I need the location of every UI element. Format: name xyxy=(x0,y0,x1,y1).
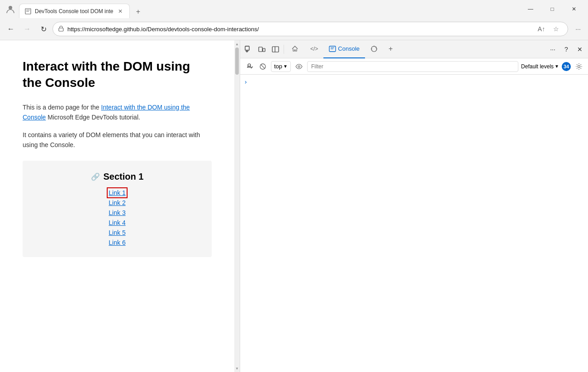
more-button[interactable]: ··· xyxy=(572,23,584,35)
tab-console-label: Console xyxy=(338,45,360,52)
tab-add[interactable]: + xyxy=(383,40,398,58)
tabs-area: DevTools Console tool DOM inte ✕ + xyxy=(19,0,520,18)
section-link-icon: 🔗 xyxy=(91,172,100,181)
browser-tab[interactable]: DevTools Console tool DOM inte ✕ xyxy=(19,4,130,18)
context-dropdown-arrow: ▼ xyxy=(283,64,288,69)
address-bar[interactable]: https://microsoftedge.github.io/Demos/de… xyxy=(52,22,568,36)
svg-point-0 xyxy=(9,6,12,10)
devtools-actions: ··· ? ✕ xyxy=(546,43,586,56)
tab-close-button[interactable]: ✕ xyxy=(117,8,124,15)
devtools-toolbar: </> Console xyxy=(240,40,588,58)
back-button[interactable]: ← xyxy=(4,22,18,36)
section-link-6[interactable]: Link 6 xyxy=(109,239,125,246)
profile-icon[interactable] xyxy=(4,2,17,16)
svg-rect-8 xyxy=(259,47,262,52)
section-link-1[interactable]: Link 1 xyxy=(109,189,125,196)
tab-title: DevTools Console tool DOM inte xyxy=(35,8,113,14)
title-bar: DevTools Console tool DOM inte ✕ + — □ ✕ xyxy=(0,0,588,18)
window-controls: — □ ✕ xyxy=(520,2,584,16)
devtools-tabs: </> Console xyxy=(286,40,545,58)
devtools-help-button[interactable]: ? xyxy=(560,43,573,56)
toolbar-separator xyxy=(284,45,284,54)
tab-elements[interactable]: </> xyxy=(305,40,323,58)
address-actions: A↑ ☆ xyxy=(535,23,562,35)
message-count: 34 xyxy=(562,62,571,71)
tab-console[interactable]: Console xyxy=(323,40,365,58)
count-badge: 34 xyxy=(562,62,571,71)
svg-line-23 xyxy=(261,64,265,68)
context-label: top xyxy=(274,63,282,70)
context-selector[interactable]: top ▼ xyxy=(271,61,291,72)
paragraph-2: It contains a variety of DOM elements th… xyxy=(23,130,212,150)
toggle-panel-button[interactable] xyxy=(269,43,282,56)
tab-home[interactable] xyxy=(286,40,305,58)
maximize-button[interactable]: □ xyxy=(542,2,563,16)
svg-rect-5 xyxy=(245,46,249,50)
svg-point-25 xyxy=(578,65,580,67)
scrollbar-up-arrow[interactable]: ▲ xyxy=(234,40,240,48)
new-tab-button[interactable]: + xyxy=(132,5,144,18)
page-scrollbar[interactable]: ▲ ▼ xyxy=(234,40,240,372)
browser-actions: ··· xyxy=(572,23,584,35)
para1-prefix: This is a demo page for the xyxy=(23,104,101,111)
scrollbar-down-arrow[interactable]: ▼ xyxy=(234,365,240,372)
section-link-5[interactable]: Link 5 xyxy=(109,229,125,236)
svg-rect-10 xyxy=(272,47,279,52)
section-links: Link 1 Link 2 Link 3 Link 4 Link 5 Link … xyxy=(109,189,125,246)
tab-debugger[interactable] xyxy=(365,40,383,58)
url-text: https://microsoftedge.github.io/Demos/de… xyxy=(67,26,531,33)
scrollbar-thumb[interactable] xyxy=(235,48,239,75)
browser-window: DevTools Console tool DOM inte ✕ + — □ ✕… xyxy=(0,0,588,372)
read-aloud-button[interactable]: A↑ xyxy=(535,23,548,35)
para1-suffix: Microsoft Edge DevTools tutorial. xyxy=(46,114,140,121)
eye-button[interactable] xyxy=(294,61,304,72)
tab-favicon-icon xyxy=(25,8,31,14)
console-prompt-line[interactable]: › xyxy=(240,76,588,87)
webpage-content: Interact with the DOM using the Console … xyxy=(0,40,234,372)
forward-button[interactable]: → xyxy=(20,22,34,36)
filter-input[interactable] xyxy=(307,61,518,72)
devtools-close-button[interactable]: ✕ xyxy=(574,43,586,56)
console-output[interactable]: › xyxy=(240,75,588,372)
block-icon-button[interactable] xyxy=(257,61,268,72)
close-button[interactable]: ✕ xyxy=(564,2,584,16)
section-link-3[interactable]: Link 3 xyxy=(109,209,125,216)
levels-label: Default levels xyxy=(521,63,554,70)
section-1-box: 🔗 Section 1 Link 1 Link 2 Link 3 Link 4 … xyxy=(23,161,212,257)
svg-rect-9 xyxy=(263,48,265,52)
section-link-4[interactable]: Link 4 xyxy=(109,219,125,226)
favorites-button[interactable]: ☆ xyxy=(550,23,562,35)
section-link-2[interactable]: Link 2 xyxy=(109,199,125,206)
refresh-button[interactable]: ↻ xyxy=(36,22,51,36)
clear-console-button[interactable] xyxy=(244,61,255,72)
console-settings-button[interactable] xyxy=(574,61,584,72)
navigation-bar: ← → ↻ https://microsoftedge.github.io/De… xyxy=(0,18,588,40)
devtools-more-button[interactable]: ··· xyxy=(546,43,559,56)
page-heading: Interact with the DOM using the Console xyxy=(23,58,212,91)
inspect-element-button[interactable] xyxy=(242,43,255,56)
svg-rect-4 xyxy=(59,28,63,31)
paragraph-1: This is a demo page for the Interact wit… xyxy=(23,102,212,123)
levels-selector[interactable]: Default levels ▼ xyxy=(521,63,559,70)
scrollbar-track[interactable] xyxy=(234,48,240,365)
devtools-panel: </> Console xyxy=(240,40,588,372)
levels-arrow-icon: ▼ xyxy=(555,64,559,69)
lock-icon xyxy=(58,25,64,33)
device-toolbar-button[interactable] xyxy=(256,43,268,56)
console-prompt-arrow[interactable]: › xyxy=(244,78,247,86)
minimize-button[interactable]: — xyxy=(520,2,541,16)
section-1-title: 🔗 Section 1 xyxy=(91,172,144,182)
console-toolbar: top ▼ Default levels ▼ 34 xyxy=(240,58,588,75)
main-area: Interact with the DOM using the Console … xyxy=(0,40,588,372)
svg-point-24 xyxy=(298,66,300,67)
